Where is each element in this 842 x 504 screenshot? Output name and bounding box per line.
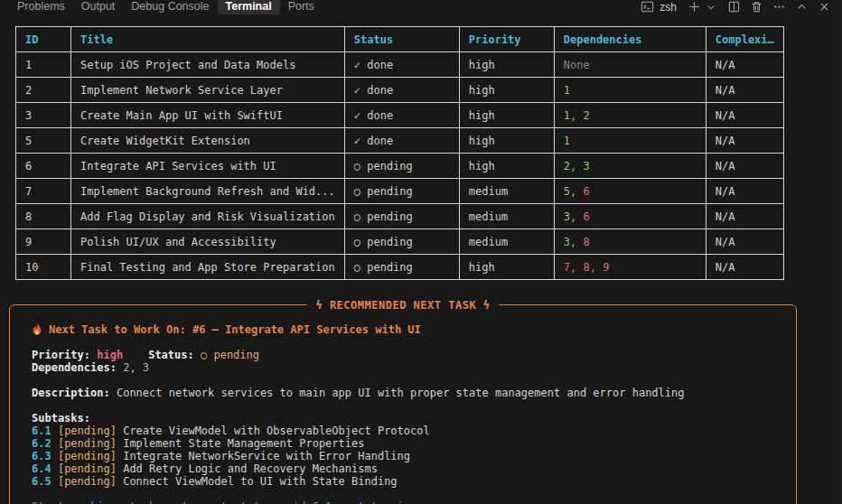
task-status-cell: ○ pending [344, 179, 459, 204]
column-header-complexi: Complexi… [706, 27, 783, 52]
task-status-cell: ○ pending [344, 255, 459, 280]
task-id-cell: 10 [16, 255, 71, 280]
recommended-next-task-box: ϟ RECOMMENDED NEXT TASK ϟ Next Task to W… [9, 304, 797, 504]
task-title-cell: Implement Background Refresh and Wid... [71, 179, 345, 204]
task-dependencies-cell: 1, 2 [554, 103, 706, 128]
subtask-title: Connect ViewModel to UI with State Bindi… [123, 475, 397, 488]
dependency-ref: 1 [564, 84, 570, 97]
subtask-line: 6.4 [pending] Add Retry Logic and Recove… [32, 462, 796, 475]
task-id-cell: 6 [16, 154, 71, 179]
clipped-command-line: Start working: task-master set-status --… [32, 500, 796, 504]
dependency-ref: 3, [564, 210, 584, 223]
task-id-cell: 5 [16, 128, 71, 154]
launch-profile-chevron-down-icon[interactable] [704, 0, 718, 14]
task-complexity-cell: N/A [706, 255, 783, 280]
column-header-id: ID [16, 27, 71, 52]
dependency-ref: 6 [583, 185, 589, 198]
new-terminal-plus-icon[interactable] [687, 0, 701, 14]
dependency-ref: 3, [564, 236, 584, 248]
task-dependencies-cell: 1 [554, 78, 706, 103]
next-task-title: Next Task to Work On: #6 – Integrate API… [49, 323, 421, 336]
task-id-cell: 7 [16, 179, 71, 204]
dependency-ref: 5, [564, 185, 584, 198]
subtask-list: 6.1 [pending] Create ViewModel with Obse… [32, 425, 796, 488]
subtask-status: [pending] [58, 450, 123, 462]
terminal-icon [640, 0, 654, 14]
task-dependencies-cell: None [554, 52, 706, 78]
tab-ports[interactable]: Ports [280, 0, 323, 14]
task-id-cell: 8 [16, 204, 71, 229]
subtask-id: 6.2 [32, 437, 58, 450]
table-row: 5Create WidgetKit Extension✓ donehigh1N/… [16, 128, 784, 154]
task-status-cell: ✓ done [344, 128, 459, 154]
task-complexity-cell: N/A [706, 154, 783, 179]
tab-terminal[interactable]: Terminal [218, 0, 280, 14]
priority-value: high [97, 349, 123, 361]
status-value: ○ pending [201, 349, 259, 361]
task-title-cell: Create WidgetKit Extension [71, 128, 345, 154]
vscode-terminal-panel: ProblemsOutputDebug ConsoleTerminalPorts… [0, 0, 842, 504]
tab-problems[interactable]: Problems [9, 0, 73, 14]
next-task-description-line: Description: Connect network services to… [32, 387, 796, 399]
task-title-cell: Final Testing and App Store Preparation [71, 255, 345, 280]
subtask-line: 6.1 [pending] Create ViewModel with Obse… [32, 425, 796, 437]
subtask-line: 6.2 [pending] Implement State Management… [32, 437, 796, 450]
task-title-cell: Add Flag Display and Risk Visualization [71, 204, 345, 229]
task-priority-cell: medium [459, 179, 554, 204]
fire-icon [32, 323, 42, 336]
task-title-cell: Create Main App UI with SwiftUI [71, 103, 345, 128]
subtask-title: Create ViewModel with ObservableObject P… [123, 425, 430, 437]
tab-debug-console[interactable]: Debug Console [123, 0, 217, 14]
task-complexity-cell: N/A [706, 52, 783, 78]
subtask-title: Implement State Management Properties [123, 437, 364, 450]
table-row: 8Add Flag Display and Risk Visualization… [16, 204, 784, 229]
task-title-cell: Integrate API Services with UI [71, 154, 345, 179]
task-table-header-row: IDTitleStatusPriorityDependenciesComplex… [16, 27, 784, 52]
task-priority-cell: high [459, 255, 554, 280]
subtask-id: 6.1 [32, 425, 58, 437]
task-priority-cell: high [459, 78, 554, 103]
task-id-cell: 1 [16, 52, 71, 78]
table-row: 7Implement Background Refresh and Wid...… [16, 179, 784, 204]
task-priority-cell: high [459, 52, 554, 78]
task-dependencies-cell: 1 [554, 128, 706, 154]
table-row: 6Integrate API Services with UI○ pending… [16, 154, 784, 179]
task-title-cell: Polish UI/UX and Accessibility [71, 229, 345, 255]
task-status-cell: ✓ done [344, 103, 459, 128]
subtask-title: Integrate NetworkService with Error Hand… [123, 450, 410, 462]
task-title-cell: Setup iOS Project and Data Models [71, 52, 345, 78]
priority-label: Priority: [32, 349, 90, 361]
kill-terminal-trash-icon[interactable] [749, 0, 763, 14]
table-row: 9Polish UI/UX and Accessibility○ pending… [16, 229, 784, 255]
tab-output[interactable]: Output [73, 0, 124, 14]
task-dependencies-cell: 2, 3 [554, 154, 706, 179]
column-header-priority: Priority [459, 27, 554, 52]
dependency-ref: 7, [564, 261, 584, 274]
more-actions-ellipsis-icon[interactable] [772, 0, 786, 14]
task-id-cell: 3 [16, 103, 71, 128]
dependency-ref: None [564, 59, 590, 71]
panel-tabs: ProblemsOutputDebug ConsoleTerminalPorts [9, 2, 323, 14]
task-dependencies-cell: 7, 8, 9 [554, 255, 706, 280]
next-task-priority-status-line: Priority: highStatus: ○ pending [32, 349, 796, 361]
task-id-cell: 2 [16, 78, 71, 103]
close-panel-icon[interactable] [817, 0, 831, 14]
next-task-dependencies-line: Dependencies: 2, 3 [32, 361, 796, 374]
dependency-ref: 2, [564, 160, 584, 173]
table-row: 2Implement Network Service Layer✓ donehi… [16, 78, 784, 103]
task-priority-cell: high [459, 103, 554, 128]
panel-tab-bar: ProblemsOutputDebug ConsoleTerminalPorts… [0, 0, 842, 16]
maximize-panel-chevron-up-icon[interactable] [794, 0, 809, 14]
task-priority-cell: high [459, 128, 554, 154]
task-status-cell: ○ pending [344, 154, 459, 179]
task-complexity-cell: N/A [706, 128, 783, 154]
dependency-ref: 3 [583, 160, 589, 173]
subtask-line: 6.3 [pending] Integrate NetworkService w… [32, 450, 796, 462]
column-header-status: Status [344, 27, 459, 52]
task-dependencies-cell: 5, 6 [554, 179, 706, 204]
terminal-output-area[interactable]: IDTitleStatusPriorityDependenciesComplex… [0, 26, 842, 504]
table-row: 10Final Testing and App Store Preparatio… [16, 255, 784, 280]
task-complexity-cell: N/A [706, 179, 783, 204]
split-terminal-icon[interactable] [726, 0, 741, 14]
subtask-line: 6.5 [pending] Connect ViewModel to UI wi… [32, 475, 796, 488]
